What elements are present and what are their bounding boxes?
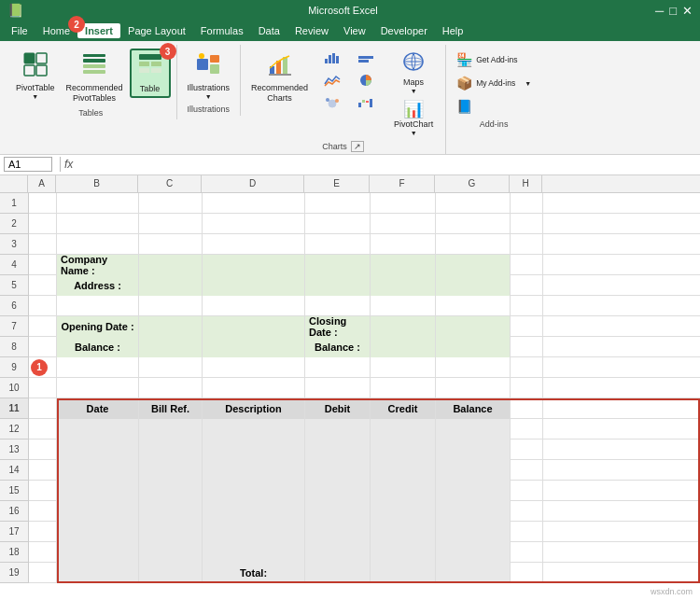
row-num-3[interactable]: 3: [0, 234, 28, 255]
cell-d11[interactable]: Description: [203, 398, 305, 419]
cell-h8[interactable]: [511, 337, 543, 357]
cell-b5[interactable]: Address :: [57, 275, 139, 296]
cell-e15[interactable]: [305, 481, 371, 501]
pivot-chart-button[interactable]: 📊 PivotChart ▼: [387, 98, 440, 139]
cell-a5[interactable]: [29, 275, 57, 296]
cell-e12[interactable]: [305, 419, 371, 440]
cell-c11[interactable]: Bill Ref.: [139, 398, 203, 419]
row-num-16[interactable]: 16: [0, 501, 28, 522]
cell-c9[interactable]: [139, 357, 203, 378]
recommended-pivottables-button[interactable]: RecommendedPivotTables: [62, 49, 128, 106]
cell-a7[interactable]: [29, 316, 57, 337]
cell-g9[interactable]: [436, 357, 511, 378]
cell-g18[interactable]: [436, 542, 511, 563]
cell-f6[interactable]: [371, 296, 436, 316]
cell-e19[interactable]: [305, 563, 371, 583]
row-num-19[interactable]: 19: [0, 563, 28, 583]
cell-g15[interactable]: [436, 481, 511, 501]
cell-a11[interactable]: [29, 398, 57, 419]
cell-f8[interactable]: [371, 337, 436, 357]
recommended-charts-button[interactable]: RecommendedCharts: [246, 49, 313, 106]
cell-b13[interactable]: [57, 440, 139, 460]
cell-e17[interactable]: [305, 522, 371, 542]
formula-input[interactable]: [77, 159, 696, 170]
cell-f2[interactable]: [371, 214, 436, 234]
menu-file[interactable]: File: [4, 23, 35, 38]
cell-a16[interactable]: [29, 501, 57, 522]
cell-d18[interactable]: [203, 542, 305, 563]
cell-h1[interactable]: [511, 193, 543, 214]
row-num-8[interactable]: 8: [0, 337, 28, 357]
cell-b1[interactable]: [57, 193, 139, 214]
cell-d17[interactable]: [203, 522, 305, 542]
cell-c15[interactable]: [139, 481, 203, 501]
line-chart-button[interactable]: [316, 71, 348, 92]
scatter-chart-button[interactable]: [316, 93, 348, 115]
cell-f18[interactable]: [371, 542, 436, 563]
cell-d6[interactable]: [203, 296, 305, 316]
cell-b9[interactable]: [57, 357, 139, 378]
cell-g19[interactable]: [436, 563, 511, 583]
cell-d5[interactable]: [203, 275, 305, 296]
cell-b10[interactable]: [57, 378, 139, 398]
cell-h13[interactable]: [511, 440, 543, 460]
row-num-18[interactable]: 18: [0, 542, 28, 563]
row-num-15[interactable]: 15: [0, 481, 28, 501]
cell-b8[interactable]: Balance :: [57, 337, 139, 357]
bar-chart-button[interactable]: [316, 49, 348, 70]
cell-e14[interactable]: [305, 460, 371, 481]
cell-h12[interactable]: [511, 419, 543, 440]
cell-h11[interactable]: [511, 398, 543, 419]
cell-a4[interactable]: [29, 255, 57, 275]
cell-e16[interactable]: [305, 501, 371, 522]
cell-a9[interactable]: 1: [29, 357, 57, 378]
col-header-e[interactable]: E: [304, 175, 370, 192]
cell-c16[interactable]: [139, 501, 203, 522]
cell-f16[interactable]: [371, 501, 436, 522]
cell-c5[interactable]: [139, 275, 203, 296]
row-num-1[interactable]: 1: [0, 193, 28, 214]
menu-help[interactable]: Help: [435, 23, 471, 38]
cell-h5[interactable]: [511, 275, 543, 296]
cell-a19[interactable]: [29, 563, 57, 583]
cell-h17[interactable]: [511, 522, 543, 542]
get-add-ins-button[interactable]: 🏪 Get Add-ins: [452, 49, 536, 71]
cell-h7[interactable]: [511, 316, 543, 337]
cell-b7[interactable]: Opening Date :: [57, 316, 139, 337]
cell-a6[interactable]: [29, 296, 57, 316]
menu-view[interactable]: View: [336, 23, 373, 38]
menu-review[interactable]: Review: [287, 23, 336, 38]
cell-b2[interactable]: [57, 214, 139, 234]
cell-h10[interactable]: [511, 378, 543, 398]
cell-c10[interactable]: [139, 378, 203, 398]
cell-f3[interactable]: [371, 234, 436, 255]
cell-c4[interactable]: [139, 255, 203, 275]
cell-f13[interactable]: [371, 440, 436, 460]
cell-e7[interactable]: Closing Date :: [305, 316, 371, 337]
cell-d1[interactable]: [203, 193, 305, 214]
col-header-f[interactable]: F: [370, 175, 435, 192]
cell-h3[interactable]: [511, 234, 543, 255]
cell-g11[interactable]: Balance: [436, 398, 511, 419]
cell-g8[interactable]: [436, 337, 511, 357]
col-header-a[interactable]: A: [28, 175, 56, 192]
cell-e13[interactable]: [305, 440, 371, 460]
cell-g4[interactable]: [436, 255, 511, 275]
cell-c12[interactable]: [139, 419, 203, 440]
menu-page-layout[interactable]: Page Layout: [120, 23, 193, 38]
cell-c1[interactable]: [139, 193, 203, 214]
cell-d13[interactable]: [203, 440, 305, 460]
cell-f11[interactable]: Credit: [371, 398, 436, 419]
cell-g10[interactable]: [436, 378, 511, 398]
cell-d3[interactable]: [203, 234, 305, 255]
cell-e2[interactable]: [305, 214, 371, 234]
cell-e11[interactable]: Debit: [305, 398, 371, 419]
table-button[interactable]: Table 3: [130, 49, 171, 98]
cell-a3[interactable]: [29, 234, 57, 255]
cell-h9[interactable]: [511, 357, 543, 378]
cell-a13[interactable]: [29, 440, 57, 460]
menu-data[interactable]: Data: [251, 23, 287, 38]
row-num-2[interactable]: 2: [0, 214, 28, 234]
cell-a17[interactable]: [29, 522, 57, 542]
cell-b17[interactable]: [57, 522, 139, 542]
